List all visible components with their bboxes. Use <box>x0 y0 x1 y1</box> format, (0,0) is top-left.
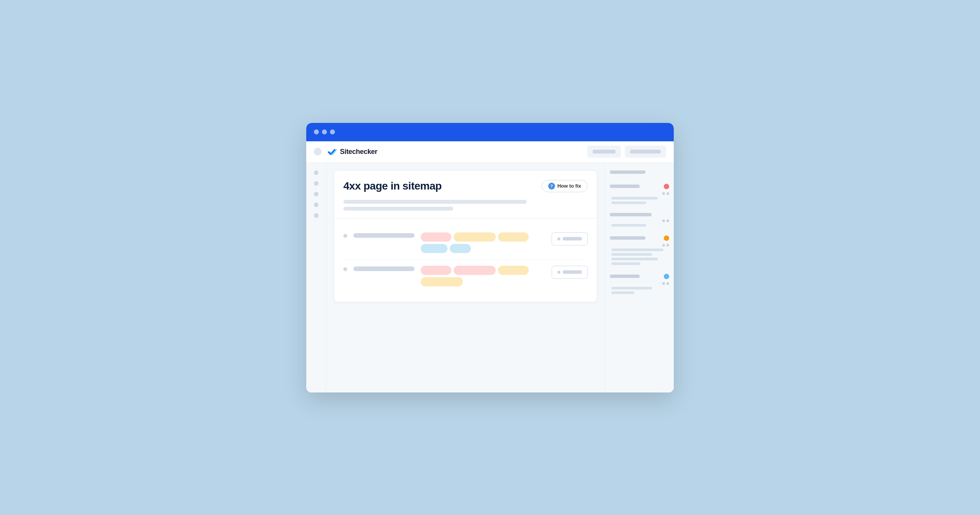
panel-dot-1 <box>662 192 665 195</box>
panel-sub-bars-3 <box>610 219 669 227</box>
indicator-red <box>664 184 669 189</box>
sub-bar-4-3 <box>611 258 658 260</box>
panel-section-3 <box>610 213 669 229</box>
row-url-2 <box>353 266 415 271</box>
panel-row-2 <box>610 184 669 189</box>
panel-dots-2 <box>611 192 669 195</box>
row-url-1 <box>353 233 415 238</box>
divider <box>334 218 597 219</box>
toolbar-buttons <box>587 146 666 158</box>
desc-bar-1 <box>343 200 527 204</box>
toolbar-btn-1[interactable] <box>587 146 621 158</box>
panel-section-1 <box>610 170 669 177</box>
how-to-fix-label: How to fix <box>557 183 581 189</box>
tag-pink-1 <box>421 232 451 242</box>
row-tags-1 <box>421 232 546 253</box>
traffic-lights <box>314 129 335 134</box>
how-to-fix-icon: ? <box>548 183 555 190</box>
indicator-blue <box>664 274 669 279</box>
sub-bar-5-2 <box>611 291 634 294</box>
panel-dots-3 <box>611 219 669 222</box>
panel-dots-5 <box>611 282 669 285</box>
panel-dot-4 <box>666 219 669 222</box>
panel-sub-bars-2 <box>610 192 669 204</box>
panel-bar-5 <box>610 275 640 278</box>
sidebar-dot-3 <box>314 192 318 196</box>
tag-blue-2 <box>450 244 471 253</box>
toolbar-btn-2-bar <box>630 150 661 154</box>
panel-section-2 <box>610 184 669 206</box>
sidebar-dot-1 <box>314 170 318 175</box>
toolbar-btn-1-bar <box>593 150 616 154</box>
main-content: 4xx page in sitemap ? How to fix <box>326 163 605 392</box>
panel-bar-3 <box>610 213 652 216</box>
card-header: 4xx page in sitemap ? How to fix <box>343 180 588 192</box>
panel-bar-1 <box>610 170 645 174</box>
sidebar <box>306 163 326 392</box>
row-tags-2 <box>421 266 546 286</box>
tag-pink-3 <box>454 266 496 275</box>
how-to-fix-button[interactable]: ? How to fix <box>542 180 588 192</box>
sidebar-dot-5 <box>314 213 318 218</box>
browser-body: 4xx page in sitemap ? How to fix <box>306 163 674 392</box>
sub-bar-3-1 <box>611 224 646 227</box>
row-dot-2 <box>343 267 347 271</box>
panel-dot-8 <box>666 282 669 285</box>
sub-bar-2-1 <box>611 197 658 199</box>
sidebar-dot-4 <box>314 203 318 207</box>
sidebar-dot-2 <box>314 181 318 186</box>
description-area <box>343 200 588 211</box>
tag-orange-3 <box>498 266 529 275</box>
panel-dot-7 <box>662 282 665 285</box>
table-row-2 <box>343 260 588 293</box>
panel-dot-3 <box>662 219 665 222</box>
traffic-light-2 <box>322 129 327 134</box>
panel-dot-6 <box>666 244 669 247</box>
traffic-light-1 <box>314 129 319 134</box>
logo-area: Sitechecker <box>326 146 583 157</box>
logo-icon <box>326 146 337 157</box>
panel-row-1 <box>610 170 669 174</box>
panel-dots-4 <box>611 244 669 247</box>
browser-toolbar: Sitechecker <box>306 141 674 163</box>
sub-bar-2-2 <box>611 201 646 204</box>
panel-row-3 <box>610 213 669 216</box>
panel-row-5 <box>610 274 669 279</box>
row-action-btn-2[interactable] <box>552 266 588 279</box>
action-btn-dot-2 <box>557 271 560 274</box>
traffic-light-3 <box>330 129 335 134</box>
tag-orange-1 <box>454 232 496 242</box>
panel-dot-5 <box>662 244 665 247</box>
browser-nav-icon <box>314 148 322 155</box>
tag-blue-1 <box>421 244 448 253</box>
action-btn-dot-1 <box>557 237 560 240</box>
right-panel <box>605 163 674 392</box>
sub-bar-5-1 <box>611 287 652 289</box>
panel-section-5 <box>610 274 669 296</box>
table-row <box>343 226 588 260</box>
toolbar-btn-2[interactable] <box>625 146 666 158</box>
sub-bar-4-2 <box>611 253 652 256</box>
tag-pink-2 <box>421 266 451 275</box>
panel-dot-2 <box>666 192 669 195</box>
sub-bar-4-4 <box>611 262 640 265</box>
panel-bar-2 <box>610 185 640 188</box>
indicator-orange <box>664 235 669 241</box>
row-dot-1 <box>343 234 347 238</box>
panel-sub-bars-4 <box>610 244 669 265</box>
content-card: 4xx page in sitemap ? How to fix <box>334 170 597 302</box>
sub-bar-4-1 <box>611 249 663 251</box>
panel-sub-bars-5 <box>610 282 669 294</box>
browser-window: Sitechecker 4xx page in sitemap <box>306 123 674 392</box>
panel-section-4 <box>610 235 669 267</box>
tag-orange-4 <box>421 277 463 286</box>
panel-row-4 <box>610 235 669 241</box>
panel-bar-4 <box>610 236 645 240</box>
row-action-btn-1[interactable] <box>552 232 588 245</box>
browser-titlebar <box>306 123 674 141</box>
desc-bar-2 <box>343 207 453 211</box>
tag-orange-2 <box>498 232 529 242</box>
logo-text: Sitechecker <box>340 148 377 156</box>
action-btn-bar-1 <box>563 237 582 240</box>
action-btn-bar-2 <box>563 270 582 274</box>
